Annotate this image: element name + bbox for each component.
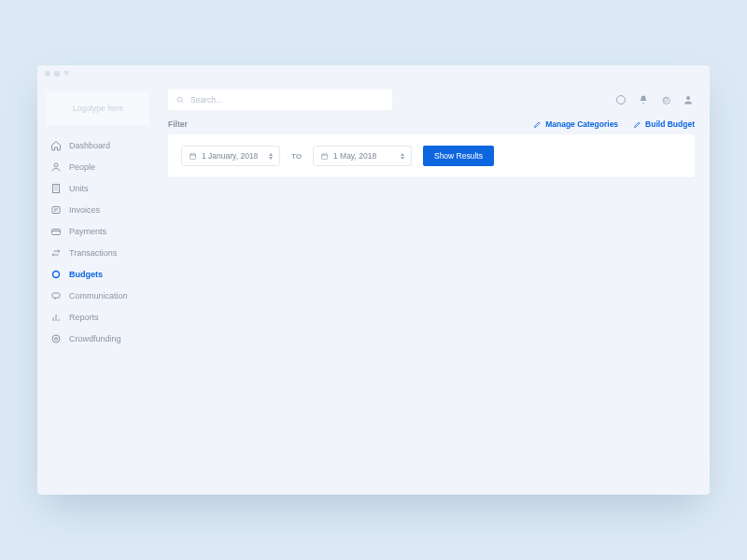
- svg-rect-11: [190, 153, 196, 159]
- bell-icon[interactable]: [637, 93, 650, 106]
- sidebar: Logotype here Dashboard People: [37, 82, 159, 495]
- search-icon: [176, 95, 185, 105]
- show-results-button[interactable]: Show Results: [423, 146, 494, 166]
- date-from-input[interactable]: 1 January, 2018: [181, 146, 280, 166]
- sidebar-item-label: Payments: [69, 227, 106, 236]
- svg-point-6: [52, 335, 60, 343]
- sidebar-item-label: Invoices: [69, 205, 100, 215]
- sidebar-item-invoices[interactable]: Invoices: [37, 199, 159, 220]
- filter-card: 1 January, 2018 TO 1 May, 2018 Show Resu…: [168, 134, 695, 177]
- stepper-icon[interactable]: [401, 153, 404, 160]
- building-icon: [50, 183, 62, 194]
- filter-heading: Filter: [168, 119, 188, 129]
- sidebar-item-label: Crowdfunding: [69, 334, 121, 343]
- search-input[interactable]: [190, 95, 385, 105]
- sidebar-item-label: Units: [69, 184, 89, 193]
- sidebar-item-communication[interactable]: Communication: [37, 285, 159, 306]
- calendar-icon: [189, 152, 197, 161]
- traffic-light-dot-icon[interactable]: [45, 71, 50, 77]
- sidebar-item-label: People: [69, 162, 95, 172]
- sidebar-item-label: Communication: [69, 291, 128, 301]
- sidebar-item-label: Dashboard: [69, 141, 110, 150]
- date-to-input[interactable]: 1 May, 2018: [313, 146, 412, 166]
- to-label: TO: [291, 152, 302, 161]
- manage-categories-link[interactable]: Manage Categories: [533, 119, 618, 129]
- svg-rect-12: [321, 153, 327, 159]
- svg-point-0: [54, 163, 58, 167]
- date-from-value: 1 January, 2018: [202, 151, 264, 161]
- main-content: Filter Manage Categories Build Budget 1 …: [159, 82, 710, 495]
- sidebar-item-label: Reports: [69, 313, 99, 322]
- sidebar-item-dashboard[interactable]: Dashboard: [37, 134, 159, 156]
- sidebar-item-label: Transactions: [69, 248, 117, 258]
- wallet-icon: [50, 226, 62, 237]
- target-icon: [50, 333, 62, 344]
- budgets-icon: [50, 269, 62, 280]
- home-icon: [50, 140, 62, 151]
- svg-rect-5: [52, 293, 60, 298]
- svg-rect-3: [52, 229, 61, 234]
- logo-placeholder: Logotype here: [47, 91, 149, 125]
- svg-rect-2: [52, 206, 60, 213]
- invoice-icon: [50, 204, 62, 216]
- sidebar-nav: Dashboard People Units: [37, 134, 159, 349]
- pencil-icon: [533, 120, 542, 129]
- transactions-icon: [50, 247, 62, 259]
- search-box[interactable]: [168, 90, 392, 110]
- svg-point-7: [55, 337, 58, 340]
- svg-point-4: [53, 271, 60, 277]
- traffic-light-filter-icon[interactable]: [63, 71, 69, 77]
- svg-point-8: [177, 97, 182, 102]
- user-avatar-icon[interactable]: [682, 93, 695, 106]
- person-icon: [50, 161, 62, 173]
- build-budget-link[interactable]: Build Budget: [633, 119, 695, 129]
- sidebar-item-reports[interactable]: Reports: [37, 306, 159, 328]
- sidebar-item-label: Budgets: [69, 270, 103, 279]
- sidebar-item-payments[interactable]: Payments: [37, 220, 159, 242]
- sidebar-item-units[interactable]: Units: [37, 177, 159, 199]
- gear-icon[interactable]: [659, 93, 672, 106]
- chat-icon: [50, 290, 62, 301]
- window-titlebar: [37, 65, 710, 82]
- topbar: [168, 90, 695, 110]
- filter-header: Filter Manage Categories Build Budget: [168, 119, 695, 129]
- svg-point-10: [686, 96, 690, 100]
- app-window: Logotype here Dashboard People: [37, 65, 710, 495]
- calendar-icon: [320, 152, 329, 161]
- help-icon[interactable]: [614, 93, 627, 106]
- stepper-icon[interactable]: [269, 153, 273, 160]
- sidebar-item-people[interactable]: People: [37, 156, 159, 177]
- action-link-label: Manage Categories: [545, 119, 618, 129]
- svg-rect-1: [53, 184, 60, 192]
- logo-text: Logotype here: [73, 104, 123, 113]
- sidebar-item-crowdfunding[interactable]: Crowdfunding: [37, 328, 159, 349]
- svg-point-9: [617, 96, 626, 105]
- action-link-label: Build Budget: [645, 119, 695, 129]
- app-body: Logotype here Dashboard People: [37, 82, 710, 495]
- traffic-light-square-icon[interactable]: [54, 71, 60, 77]
- date-to-value: 1 May, 2018: [333, 151, 396, 161]
- sidebar-item-budgets[interactable]: Budgets: [37, 263, 159, 285]
- sidebar-item-transactions[interactable]: Transactions: [37, 242, 159, 263]
- bar-chart-icon: [50, 312, 62, 323]
- pencil-icon: [633, 120, 641, 129]
